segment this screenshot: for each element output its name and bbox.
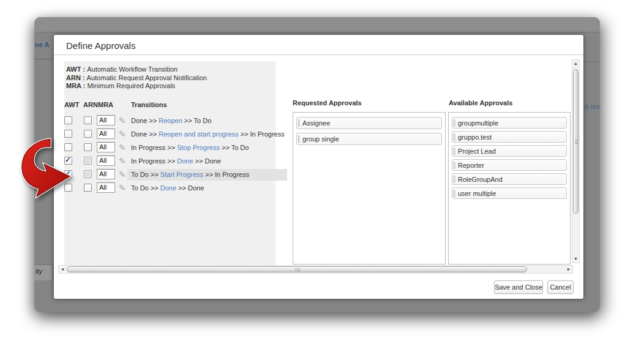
background-tab-fragment: ity: [34, 264, 53, 280]
abbreviation-legend: AWT : Automatic Workflow TransitionARN :…: [64, 61, 275, 91]
background-divider-left: [34, 59, 54, 59]
scrollbar-grip-icon: [296, 268, 300, 271]
background-text-fragment-top-left: ne A: [35, 41, 49, 48]
legend-line: ARN : Automatic Request Approval Notific…: [66, 74, 275, 83]
transition-label: In Progress >> Done >> Done: [131, 157, 221, 165]
edit-pencil-icon[interactable]: ✎: [119, 143, 126, 152]
drag-grip-icon: [454, 162, 455, 169]
red-annotation-arrow: [15, 137, 76, 198]
approval-item[interactable]: Assignee: [296, 117, 442, 129]
mra-input[interactable]: [97, 182, 115, 193]
transitions-table: ✎ Done >> Reopen >> To Do ✎ Done >> Reop…: [64, 114, 275, 195]
page-with-overlay: ne A is issue ity Define Approvals AWT :…: [34, 17, 600, 312]
mra-input[interactable]: [97, 169, 115, 179]
approval-item[interactable]: Project Lead: [452, 145, 567, 157]
approval-item[interactable]: user multiple: [452, 187, 567, 199]
background-text-fragment-bottom-left: ity: [36, 268, 42, 275]
approval-item[interactable]: gruppo.test: [452, 131, 567, 143]
col-header-awt: AWT: [64, 101, 79, 108]
transition-action-link[interactable]: Reopen and start progress: [159, 130, 238, 138]
arn-checkbox[interactable]: [84, 130, 92, 138]
scroll-up-button[interactable]: ▲: [572, 60, 579, 67]
background-divider-right: [583, 61, 600, 62]
arn-checkbox[interactable]: [84, 157, 92, 165]
arn-checkbox[interactable]: [84, 170, 92, 178]
approval-item[interactable]: groupmultiple: [452, 117, 567, 129]
col-header-arn: ARN: [83, 101, 98, 108]
edit-pencil-icon[interactable]: ✎: [119, 170, 126, 179]
awt-checkbox[interactable]: [64, 116, 72, 124]
scroll-down-button[interactable]: ▼: [572, 255, 579, 263]
drag-grip-icon: [298, 135, 300, 143]
transition-row: ✎ Done >> Reopen >> To Do: [64, 114, 275, 128]
col-header-mra: MRA: [98, 101, 113, 108]
approval-item[interactable]: RoleGroupAnd: [452, 173, 567, 185]
scrollbar-grip-icon: [575, 140, 578, 144]
transition-label: To Do >> Start Progress >> In Progress: [127, 169, 287, 181]
scroll-right-button[interactable]: ►: [565, 266, 572, 273]
requested-approvals-list: Assignee group single: [293, 112, 446, 264]
arn-checkbox[interactable]: [84, 143, 92, 151]
transition-action-link[interactable]: Done: [177, 157, 193, 165]
mra-input[interactable]: [97, 142, 115, 152]
drag-grip-icon: [454, 176, 455, 183]
transition-label: In Progress >> Stop Progress >> To Do: [131, 144, 249, 151]
transition-row: ✓ ✎ In Progress >> Done >> Done: [64, 155, 275, 168]
edit-pencil-icon[interactable]: ✎: [119, 116, 126, 126]
edit-pencil-icon[interactable]: ✎: [119, 183, 126, 193]
transition-action-link[interactable]: Start Progress: [160, 171, 203, 178]
mra-input[interactable]: [97, 129, 115, 139]
transition-label: Done >> Reopen >> To Do: [131, 117, 211, 124]
define-approvals-dialog: Define Approvals AWT : Automatic Workflo…: [54, 35, 583, 299]
col-header-transitions: Transitions: [131, 101, 167, 108]
transition-row: ✎ Done >> Reopen and start progress >> I…: [64, 128, 275, 141]
scroll-left-button[interactable]: ◄: [59, 266, 66, 273]
transition-row: ✎ To Do >> Done >> Done: [64, 182, 275, 195]
vertical-scrollbar-thumb[interactable]: [573, 69, 578, 214]
requested-approvals-label: Requested Approvals: [293, 99, 362, 107]
edit-pencil-icon[interactable]: ✎: [119, 156, 126, 166]
legend-line: AWT : Automatic Workflow Transition: [66, 66, 275, 74]
transition-action-link[interactable]: Reopen: [159, 117, 182, 124]
available-approvals-list: groupmultiple gruppo.test Project Lead R…: [448, 112, 571, 264]
table-header-row: AWT ARN MRA Transitions: [64, 101, 275, 109]
background-text-fragment-right: is issue: [584, 103, 600, 110]
screenshot-stage: ne A is issue ity Define Approvals AWT :…: [0, 0, 644, 341]
horizontal-scrollbar[interactable]: ◄ ►: [58, 265, 573, 274]
transition-action-link[interactable]: Stop Progress: [177, 144, 220, 151]
approval-item[interactable]: group single: [296, 133, 442, 145]
mra-input[interactable]: [97, 115, 115, 126]
dialog-header: Define Approvals: [54, 35, 583, 55]
drag-grip-icon: [454, 148, 455, 155]
drag-grip-icon: [298, 119, 300, 127]
cancel-button[interactable]: Cancel: [547, 280, 574, 294]
vertical-scrollbar[interactable]: ▲ ▼: [572, 59, 580, 263]
background-top-band: [34, 17, 600, 32]
save-and-close-button[interactable]: Save and Close: [494, 280, 543, 294]
awt-checkbox[interactable]: [64, 130, 72, 138]
transition-label: To Do >> Done >> Done: [131, 184, 204, 192]
transition-action-link[interactable]: Done: [160, 184, 176, 192]
arn-checkbox[interactable]: [84, 116, 92, 124]
drag-grip-icon: [454, 119, 455, 127]
transition-row: ✓ ✎ To Do >> Start Progress >> In Progre…: [64, 168, 275, 182]
dialog-title: Define Approvals: [66, 40, 135, 51]
transition-label: Done >> Reopen and start progress >> In …: [131, 130, 285, 138]
drag-grip-icon: [454, 133, 455, 141]
horizontal-scrollbar-thumb[interactable]: [67, 266, 527, 272]
legend-line: MRA : Minimum Required Approvals: [66, 82, 275, 91]
drag-grip-icon: [454, 190, 455, 197]
transition-row: ✎ In Progress >> Stop Progress >> To Do: [64, 141, 275, 155]
mra-input[interactable]: [97, 156, 115, 166]
edit-pencil-icon[interactable]: ✎: [119, 129, 126, 139]
approval-item[interactable]: Reporter: [452, 159, 567, 171]
arn-checkbox[interactable]: [84, 184, 92, 192]
available-approvals-label: Available Approvals: [449, 99, 512, 107]
transitions-panel: AWT : Automatic Workflow TransitionARN :…: [64, 61, 275, 265]
